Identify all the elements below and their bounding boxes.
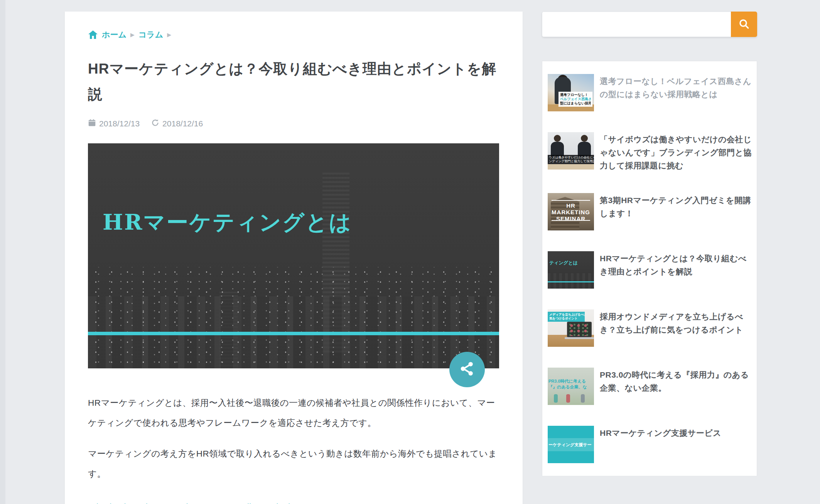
article-thumbnail[interactable]: ーケティング支援サー: [548, 426, 594, 463]
thumb-caption-line: ンディング部門と協力して採用課題に挑: [549, 160, 593, 163]
thumb-photo-person: [554, 135, 561, 142]
updated-date: 2018/12/16: [151, 119, 203, 129]
article-link-title[interactable]: PR3.0の時代に考える『採用力』のある企業、ない企業。: [600, 368, 752, 405]
thumb-photo-desk: [548, 164, 594, 170]
sidebar: 選考フローなし！ ベルフェイス西島さん 型にはまらない採用戦 選考フローなし！ベ…: [542, 12, 757, 476]
article-link-title[interactable]: 第3期HRマーケティング入門ゼミを開講します！: [600, 194, 752, 230]
thumb-caption: HR MARKETING SEMINAR: [548, 202, 594, 222]
thumb-caption: メディアを立ち上げるべき？ 気をつけるポイント: [548, 312, 585, 322]
thumb-photo-person: [581, 394, 585, 403]
article-thumbnail[interactable]: ティングとは: [548, 251, 594, 289]
article-thumbnail[interactable]: 選考フローなし！ ベルフェイス西島さん 型にはまらない採用戦: [548, 74, 594, 111]
search-bar: [542, 12, 757, 37]
thumb-caption-line: 選考フローなし！: [560, 93, 591, 97]
page-title: HRマーケティングとは？今取り組むべき理由とポイントを解説: [88, 56, 499, 107]
list-item[interactable]: 選考フローなし！ ベルフェイス西島さん 型にはまらない採用戦 選考フローなし！ベ…: [542, 64, 757, 122]
thumb-caption-line: 『』のある企業、な: [548, 384, 587, 390]
article-paragraph: マーケティングの考え方をHR領域で取り入れるべきという動きは数年前から海外でも提…: [88, 444, 499, 484]
article-meta: 2018/12/13 2018/12/16: [88, 119, 499, 129]
share-icon: [459, 360, 476, 379]
thumb-caption-line: 型にはまらない採用戦: [560, 101, 591, 106]
thumb-caption: PR3.0時代に考える 『』のある企業、な: [548, 378, 587, 390]
thumb-cityscape: [548, 273, 594, 289]
thumb-accent-line: [548, 281, 594, 282]
list-item[interactable]: PR3.0時代に考える 『』のある企業、な PR3.0の時代に考える『採用力』の…: [542, 357, 757, 415]
article-link-title[interactable]: HRマーケティング支援サービス: [600, 427, 721, 463]
thumb-caption-line: PR3.0時代に考える: [548, 378, 587, 384]
hero-accent-line: [88, 332, 499, 335]
thumb-caption-line: ベルフェイス西島さん: [560, 97, 591, 101]
thumb-caption-line: ーケティング支援サー: [548, 442, 592, 448]
thumb-photo-person: [554, 394, 558, 403]
thumb-caption-line: HR MARKETING: [548, 202, 594, 215]
thumb-photo-person: [581, 135, 588, 142]
thumb-caption: ウズは働きやすいだけの会社じゃないん ンディング部門と協力して採用課題に挑: [548, 155, 594, 164]
search-input[interactable]: [542, 12, 731, 37]
share-button[interactable]: [449, 352, 485, 387]
thumb-caption-line: SEMINAR: [548, 215, 594, 222]
hero-overlay-title: HRマーケティングとは: [103, 208, 352, 237]
thumb-caption-line: ティングとは: [549, 260, 578, 266]
home-icon: [88, 30, 98, 39]
breadcrumb-separator-icon: ▶: [130, 32, 135, 38]
search-button[interactable]: [731, 12, 757, 37]
article-link-title[interactable]: HRマーケティングとは？今取り組むべき理由とポイントを解説: [600, 252, 752, 289]
published-date: 2018/12/13: [88, 119, 140, 129]
window-edge: [0, 0, 5, 504]
thumb-photo-person: [566, 394, 570, 403]
external-article-link[interactable]: Why (and How) HR Needs to Act More Like …: [88, 502, 300, 504]
thumb-rule: [552, 200, 590, 201]
list-item[interactable]: ウズは働きやすいだけの会社じゃないん ンディング部門と協力して採用課題に挑 「サ…: [542, 122, 757, 183]
list-item[interactable]: HR MARKETING SEMINAR 第3期HRマーケティング入門ゼミを開講…: [542, 183, 757, 241]
list-item[interactable]: メディアを立ち上げるべき？ 気をつけるポイント 採用オウンドメディアを立ち上げる…: [542, 299, 757, 357]
article-link-title[interactable]: 選考フローなし！ベルフェイス西島さんの型にはまらない採用戦略とは: [600, 75, 752, 111]
article-thumbnail[interactable]: PR3.0時代に考える 『』のある企業、な: [548, 368, 594, 405]
breadcrumb-column-link[interactable]: コラム: [138, 29, 163, 40]
published-date-text: 2018/12/13: [99, 119, 140, 128]
hero-image: HRマーケティングとは: [88, 143, 499, 368]
thumb-photo-laptop: [567, 322, 592, 337]
list-item[interactable]: ティングとは HRマーケティングとは？今取り組むべき理由とポイントを解説: [542, 241, 757, 299]
thumb-photo-laptop: [565, 337, 594, 339]
breadcrumb-separator-icon: ▶: [167, 32, 171, 38]
updated-date-text: 2018/12/16: [162, 119, 203, 128]
hero-city-lights: [88, 267, 499, 368]
calendar-icon: [88, 119, 96, 129]
list-item[interactable]: ーケティング支援サー HRマーケティング支援サービス: [542, 415, 757, 474]
article-thumbnail[interactable]: メディアを立ち上げるべき？ 気をつけるポイント: [548, 309, 594, 347]
article-thumbnail[interactable]: HR MARKETING SEMINAR: [548, 193, 594, 230]
search-icon: [738, 18, 750, 31]
thumb-caption: 選考フローなし！ ベルフェイス西島さん 型にはまらない採用戦: [558, 92, 592, 107]
related-articles-card: 選考フローなし！ ベルフェイス西島さん 型にはまらない採用戦 選考フローなし！ベ…: [542, 61, 757, 476]
article-card: ホーム ▶ コラム ▶ HRマーケティングとは？今取り組むべき理由とポイントを解…: [65, 12, 523, 504]
article-paragraph: HRマーケティングとは、採用〜入社後〜退職後の一連の候補者や社員との関係性作りに…: [88, 393, 499, 433]
thumb-caption-line: ウズは働きやすいだけの会社じゃないん: [549, 156, 593, 160]
article-thumbnail[interactable]: ウズは働きやすいだけの会社じゃないん ンディング部門と協力して採用課題に挑: [548, 132, 594, 170]
thumb-caption-line: メディアを立ち上げるべき？: [549, 313, 583, 317]
breadcrumb: ホーム ▶ コラム ▶: [88, 29, 499, 40]
article-link-title[interactable]: 「サイボウズは働きやすいだけの会社じゃないんです」ブランディング部門と協力して採…: [600, 133, 752, 172]
thumb-caption: ーケティング支援サー: [548, 438, 594, 451]
thumb-caption-line: 気をつけるポイント: [549, 317, 583, 321]
breadcrumb-home-link[interactable]: ホーム: [102, 29, 127, 40]
thumb-rule: [552, 220, 590, 221]
article-link-title[interactable]: 採用オウンドメディアを立ち上げるべき？立ち上げ前に気をつけるポイント: [600, 310, 752, 347]
refresh-icon: [151, 119, 159, 129]
